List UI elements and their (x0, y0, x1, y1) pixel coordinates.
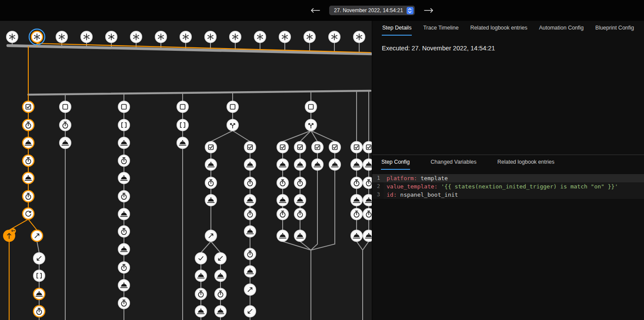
node-dome[interactable] (312, 159, 323, 170)
node-dome[interactable] (277, 195, 288, 206)
node-asterisk[interactable] (279, 31, 290, 43)
node-dome[interactable] (23, 137, 34, 148)
node-repeat[interactable] (23, 208, 34, 219)
node-dome[interactable] (244, 195, 256, 206)
node-timer[interactable] (205, 177, 217, 188)
node-dome[interactable] (118, 137, 130, 148)
node-checkbox-marked[interactable] (329, 142, 340, 153)
previous-run-button[interactable] (307, 6, 323, 15)
node-asterisk[interactable] (7, 31, 18, 43)
node-checkbox-marked[interactable] (23, 101, 34, 112)
node-checkbox-marked[interactable] (205, 142, 217, 153)
tab-related-logbook-entries[interactable]: Related logbook entries (470, 22, 527, 36)
node-dome[interactable] (118, 208, 130, 220)
node-arrow-sw[interactable] (215, 253, 226, 264)
node-dome[interactable] (277, 159, 288, 170)
node-asterisk[interactable] (81, 31, 92, 43)
node-arrow-ne[interactable] (244, 284, 256, 295)
node-timer[interactable] (244, 177, 256, 188)
node-arrow-sw[interactable] (244, 306, 256, 317)
node-timer[interactable] (244, 208, 256, 220)
tab-blueprint-config[interactable]: Blueprint Config (595, 22, 634, 36)
node-asterisk[interactable] (106, 31, 117, 43)
node-dome[interactable] (23, 172, 34, 184)
node-timer[interactable] (118, 226, 130, 237)
node-asterisk[interactable] (180, 31, 191, 43)
tab-step-config[interactable]: Step Config (381, 156, 410, 170)
tab-changed-variables[interactable]: Changed Variables (430, 156, 477, 170)
node-asterisk[interactable] (155, 31, 167, 43)
node-check[interactable] (195, 253, 207, 264)
node-split[interactable] (227, 119, 238, 131)
node-dome[interactable] (33, 288, 45, 300)
node-timer[interactable] (294, 208, 306, 220)
node-checkbox-marked[interactable] (294, 142, 306, 153)
node-timer[interactable] (351, 177, 362, 188)
node-dome[interactable] (118, 244, 130, 255)
node-dome[interactable] (244, 266, 256, 277)
node-timer[interactable] (118, 262, 130, 273)
node-square[interactable] (227, 101, 238, 112)
node-asterisk[interactable] (29, 29, 45, 45)
node-arrow-ne[interactable] (31, 230, 43, 241)
node-dome[interactable] (351, 230, 362, 241)
node-brackets[interactable] (118, 119, 130, 131)
node-dome[interactable] (195, 270, 207, 281)
node-timer[interactable] (294, 177, 306, 188)
node-square[interactable] (60, 101, 71, 112)
node-dome[interactable] (351, 195, 362, 206)
run-selector[interactable]: 27. November 2022, 14:54:21 (329, 6, 415, 15)
node-timer[interactable] (363, 208, 372, 220)
node-timer[interactable] (277, 208, 288, 220)
node-square[interactable] (305, 101, 317, 112)
node-timer[interactable] (33, 306, 45, 317)
node-dome[interactable] (277, 230, 288, 241)
node-dome[interactable] (60, 137, 71, 148)
node-asterisk[interactable] (354, 31, 365, 43)
node-asterisk[interactable] (329, 31, 340, 43)
node-dome[interactable] (363, 230, 372, 241)
tab-step-details[interactable]: Step Details (382, 22, 412, 36)
node-arrow-ne[interactable] (205, 230, 217, 241)
node-dome[interactable] (177, 137, 188, 148)
node-checkbox-marked[interactable] (244, 142, 256, 153)
node-checkbox-marked[interactable] (363, 142, 372, 153)
node-brackets[interactable] (177, 119, 188, 131)
node-dome[interactable] (215, 306, 226, 317)
node-dome[interactable] (294, 230, 306, 241)
node-split[interactable] (305, 119, 317, 131)
node-dome[interactable] (294, 159, 306, 170)
node-dome[interactable] (244, 159, 256, 170)
node-dome[interactable] (215, 270, 226, 281)
node-asterisk[interactable] (56, 31, 67, 43)
node-timer[interactable] (118, 297, 130, 309)
node-dome[interactable] (118, 280, 130, 291)
node-asterisk[interactable] (254, 31, 266, 43)
node-dome[interactable] (195, 306, 207, 317)
node-square[interactable] (177, 101, 188, 112)
node-dome[interactable] (244, 226, 256, 237)
node-arrow-up[interactable]: 9+ (3, 228, 16, 242)
node-timer[interactable] (363, 177, 372, 188)
node-dome[interactable] (118, 172, 130, 184)
node-brackets[interactable] (33, 270, 45, 281)
node-checkbox-marked[interactable] (277, 142, 288, 153)
node-dome[interactable] (294, 195, 306, 206)
node-timer[interactable] (277, 177, 288, 188)
next-run-button[interactable] (421, 6, 437, 15)
node-timer[interactable] (118, 155, 130, 166)
node-timer[interactable] (215, 288, 226, 300)
tab-related-logbook-entries[interactable]: Related logbook entries (497, 156, 555, 170)
node-dome[interactable] (351, 159, 362, 170)
node-timer[interactable] (244, 248, 256, 260)
node-arrow-sw[interactable] (33, 253, 45, 264)
node-square[interactable] (118, 101, 130, 112)
node-dome[interactable] (329, 159, 340, 170)
node-dome[interactable] (363, 195, 372, 206)
node-timer[interactable] (195, 288, 207, 300)
node-timer[interactable] (23, 155, 34, 166)
node-asterisk[interactable] (205, 31, 216, 43)
node-dome[interactable] (205, 159, 217, 170)
node-timer[interactable] (23, 191, 34, 202)
trace-graph[interactable]: 9+ (0, 0, 372, 320)
